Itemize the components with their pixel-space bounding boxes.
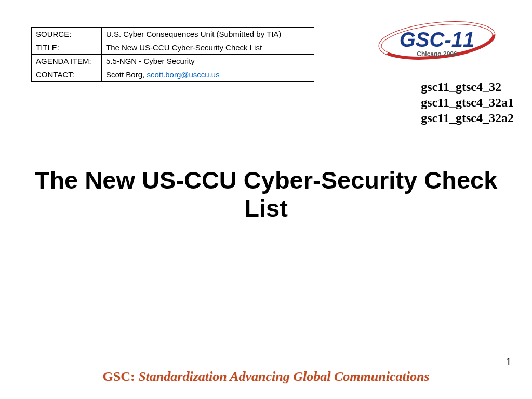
page-title: The New US-CCU Cyber-Security Check List — [0, 166, 532, 222]
meta-value: 5.5-NGN - Cyber Security — [102, 55, 314, 68]
doc-code: gsc11_gtsc4_32a1 — [421, 95, 514, 110]
meta-key: TITLE: — [32, 41, 102, 55]
logo-block: GSC-11 Chicago 2006 — [351, 21, 523, 66]
contact-name: Scott Borg, — [106, 70, 147, 79]
table-row: TITLE: The New US-CCU Cyber-Security Che… — [32, 41, 314, 55]
meta-value: U.S. Cyber Consequences Unit (Submitted … — [102, 28, 314, 41]
svg-text:Chicago 2006: Chicago 2006 — [417, 50, 457, 58]
page-number: 1 — [506, 356, 511, 368]
table-row: CONTACT: Scott Borg, scott.borg@usccu.us — [32, 68, 314, 82]
table-row: SOURCE: U.S. Cyber Consequences Unit (Su… — [32, 28, 314, 41]
table-row: AGENDA ITEM: 5.5-NGN - Cyber Security — [32, 55, 314, 68]
footer-rest: Standardization Advancing Global Communi… — [135, 369, 430, 384]
doc-code: gsc11_gtsc4_32 — [421, 79, 514, 95]
meta-value: Scott Borg, scott.borg@usccu.us — [102, 68, 314, 82]
meta-key: AGENDA ITEM: — [32, 55, 102, 68]
contact-email-link[interactable]: scott.borg@usccu.us — [147, 70, 219, 79]
gsc-logo-icon: GSC-11 Chicago 2006 — [369, 21, 504, 66]
meta-key: SOURCE: — [32, 28, 102, 41]
doc-code: gsc11_gtsc4_32a2 — [421, 110, 514, 126]
document-codes: gsc11_gtsc4_32 gsc11_gtsc4_32a1 gsc11_gt… — [421, 79, 514, 126]
meta-value: The New US-CCU Cyber-Security Check List — [102, 41, 314, 55]
meta-key: CONTACT: — [32, 68, 102, 82]
svg-text:GSC-11: GSC-11 — [400, 28, 475, 51]
metadata-table: SOURCE: U.S. Cyber Consequences Unit (Su… — [31, 27, 314, 82]
footer-tagline: GSC: Standardization Advancing Global Co… — [0, 369, 532, 384]
footer-lead: GSC: — [103, 369, 135, 384]
